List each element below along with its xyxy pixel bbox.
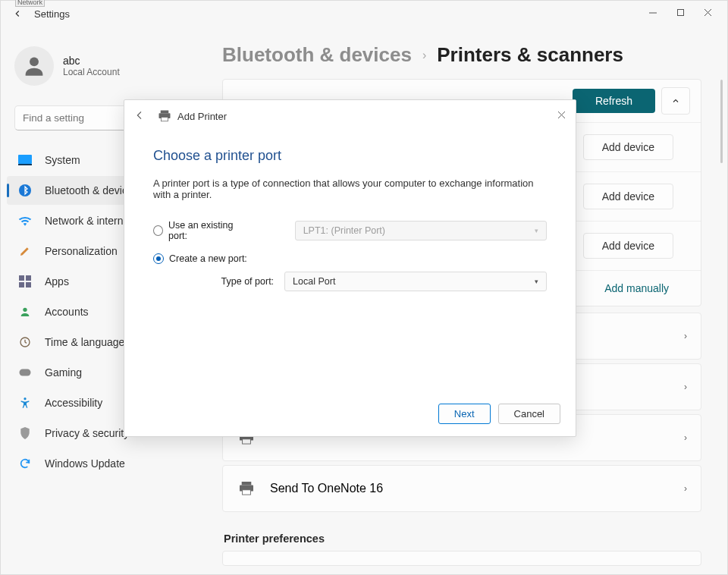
dialog-description: A printer port is a type of connection t… (153, 178, 547, 200)
svg-rect-10 (19, 282, 24, 288)
profile-name: abc (63, 55, 120, 67)
sidebar-item-label: Accounts (45, 306, 89, 318)
svg-rect-8 (19, 275, 24, 281)
svg-rect-24 (243, 439, 251, 444)
dialog-close-button[interactable] (551, 105, 571, 124)
dialog-back-button[interactable] (133, 109, 146, 124)
svg-rect-30 (161, 111, 169, 114)
svg-rect-11 (26, 282, 31, 288)
person-icon (17, 304, 33, 319)
svg-rect-14 (20, 369, 31, 376)
option-use-existing-port[interactable]: Use an existing port: LPT1: (Printer Por… (153, 220, 547, 241)
chevron-right-icon: › (684, 331, 687, 341)
desktop-shortcut-label: Network (15, 0, 45, 7)
profile-block[interactable]: abc Local Account (4, 37, 221, 95)
cancel-button[interactable]: Cancel (498, 404, 560, 424)
add-printer-dialog: Add Printer Choose a printer port A prin… (124, 99, 576, 437)
option-label: Use an existing port: (168, 220, 248, 241)
profile-account-type: Local Account (63, 67, 120, 77)
avatar (14, 46, 54, 86)
svg-rect-6 (18, 164, 32, 165)
svg-point-15 (24, 397, 26, 400)
add-device-button[interactable]: Add device (583, 184, 673, 209)
maximize-icon[interactable] (667, 8, 694, 19)
sidebar-item-label: Accessibility (45, 397, 102, 409)
dialog-heading: Choose a printer port (153, 148, 547, 164)
printer-name: Send To OneNote 16 (270, 482, 383, 495)
chevron-down-icon: ▾ (535, 227, 538, 234)
option-label: Create a new port: (169, 253, 247, 264)
printer-list-item[interactable]: Send To OneNote 16 › (222, 465, 701, 512)
minimize-icon[interactable] (639, 8, 667, 19)
chevron-down-icon: ▾ (535, 278, 538, 285)
close-icon[interactable] (694, 8, 721, 19)
existing-port-select: LPT1: (Printer Port) ▾ (295, 221, 547, 240)
add-device-button[interactable]: Add device (583, 134, 673, 160)
window-titlebar: Settings (1, 1, 727, 27)
svg-rect-25 (242, 482, 252, 485)
scrollbar-thumb[interactable] (720, 80, 723, 163)
brush-icon (17, 244, 33, 259)
sidebar-item-label: Time & language (45, 336, 124, 348)
chevron-right-icon: › (684, 382, 687, 392)
svg-point-12 (23, 308, 27, 312)
breadcrumb-parent[interactable]: Bluetooth & devices (222, 43, 412, 67)
printer-icon (237, 481, 256, 496)
dialog-title: Add Printer (177, 111, 227, 122)
bluetooth-icon (17, 183, 33, 198)
printer-preferences-card[interactable] (222, 551, 701, 566)
type-of-port-select[interactable]: Local Port ▾ (284, 272, 547, 291)
chevron-right-icon: › (684, 432, 687, 443)
radio-selected-icon[interactable] (153, 253, 164, 264)
sidebar-item-label: Privacy & security (45, 427, 129, 439)
clock-icon (17, 335, 33, 350)
back-icon[interactable] (7, 8, 28, 19)
chevron-right-icon: › (422, 49, 426, 62)
option-create-new-port[interactable]: Create a new port: (153, 253, 547, 264)
svg-rect-1 (677, 10, 683, 16)
svg-rect-5 (18, 155, 32, 164)
next-button[interactable]: Next (438, 404, 491, 424)
collapse-button[interactable] (661, 87, 690, 115)
page-title: Printers & scanners (437, 43, 623, 67)
chevron-right-icon: › (684, 483, 687, 494)
svg-rect-32 (162, 118, 168, 121)
svg-point-4 (30, 57, 39, 66)
sidebar-item-label: Windows Update (45, 457, 125, 470)
sidebar-item-label: Network & internet (45, 215, 132, 227)
update-icon (17, 456, 33, 471)
window-title: Settings (34, 8, 70, 20)
radio-unselected-icon[interactable] (153, 225, 163, 236)
sidebar-item-label: Personalization (45, 245, 118, 257)
breadcrumb: Bluetooth & devices › Printers & scanner… (221, 43, 704, 67)
svg-rect-9 (26, 275, 31, 281)
accessibility-icon (17, 395, 33, 410)
refresh-button[interactable]: Refresh (573, 89, 655, 113)
select-value: LPT1: (Printer Port) (303, 225, 385, 236)
section-header-printer-preferences: Printer preferences (222, 516, 701, 551)
type-of-port-label: Type of port: (153, 276, 284, 287)
sidebar-item-label: Apps (45, 275, 69, 288)
add-manually-link[interactable]: Add manually (604, 282, 669, 294)
svg-rect-27 (243, 490, 251, 495)
sidebar-item-label: Gaming (45, 366, 82, 379)
printer-icon (158, 110, 171, 122)
sidebar-item-label: System (45, 154, 80, 166)
wifi-icon (17, 213, 33, 228)
shield-icon (17, 426, 33, 441)
select-value: Local Port (293, 276, 335, 287)
add-device-button[interactable]: Add device (583, 233, 673, 259)
apps-icon (17, 274, 33, 289)
sidebar-item-windows-update[interactable]: Windows Update (7, 449, 212, 478)
system-icon (17, 152, 33, 168)
gamepad-icon (17, 365, 33, 380)
